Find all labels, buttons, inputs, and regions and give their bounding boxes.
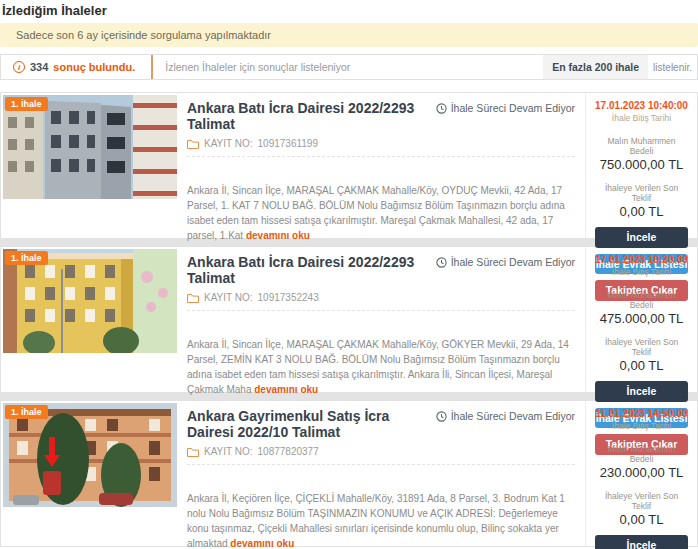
card-content: Ankara Gayrimenkul Satış İcra Dairesi 20…	[179, 401, 585, 546]
divider	[187, 310, 575, 311]
card-description: Ankara İl, Keçiören İlçe, ÇİÇEKLİ Mahall…	[187, 491, 575, 549]
folder-icon	[187, 139, 199, 149]
limit-note: En fazla 200 ihale listelenir.	[543, 55, 697, 79]
record-no-label: KAYIT NO:	[204, 138, 253, 149]
appraisal-value: 475.000,00 TL	[595, 311, 688, 326]
last-bid-value: 0,00 TL	[595, 512, 688, 527]
folder-icon	[187, 447, 199, 457]
card-content: Ankara Batı İcra Dairesi 2022/2293 Talim…	[179, 247, 585, 392]
page-title: İzlediğim İhaleler	[0, 0, 698, 23]
record-no-value: 10917352243	[258, 292, 319, 303]
limit-note-rest: listelenir.	[653, 62, 692, 73]
record-no-label: KAYIT NO:	[204, 292, 253, 303]
auction-badge: 1. İhale	[5, 97, 48, 111]
auction-status-label: İhale Süreci Devam Ediyor	[451, 102, 575, 114]
last-bid-label: İhaleye Verilen Son Teklif	[595, 183, 688, 203]
card-side-panel: 17.01.2023 10:40:00 İhale Bitiş Tarihi M…	[585, 93, 697, 238]
limit-note-bold: En fazla 200 ihale	[543, 55, 648, 79]
clock-icon	[436, 103, 447, 114]
result-count-section: i 334 sonuç bulundu.	[1, 55, 151, 79]
result-count: 334	[30, 61, 48, 73]
appraisal-label: Malın Muhammen Bedeli	[595, 136, 688, 156]
record-no-row: KAYIT NO: 10917361199	[187, 138, 575, 149]
read-more-link[interactable]: devamını oku	[254, 384, 318, 395]
auction-badge: 1. İhale	[5, 251, 48, 265]
listing-card: 1. İhale Ankara Batı İcra Dairesi 2022/2…	[0, 92, 698, 239]
incele-button[interactable]: İncele	[595, 381, 688, 402]
record-no-row: KAYIT NO: 10877820377	[187, 446, 575, 457]
end-date: 17.01.2023 10:40:00	[595, 100, 688, 111]
record-no-value: 10917361199	[258, 138, 318, 149]
notice-banner: Sadece son 6 ay içerisinde sorgulama yap…	[0, 23, 698, 47]
auction-status: İhale Süreci Devam Ediyor	[436, 408, 575, 422]
end-date: 11.01.2023 14:50:00	[595, 408, 688, 419]
card-title-link[interactable]: Ankara Gayrimenkul Satış İcra Dairesi 20…	[187, 408, 426, 440]
description-text: Ankara İl, Sincan İlçe, MARAŞAL ÇAKMAK M…	[187, 339, 569, 395]
listing-card: 1. İhale Ankara Gayrimenkul Satış İcra D…	[0, 400, 698, 547]
card-side-panel: 11.01.2023 14:50:00 İhale Bitiş Tarihi M…	[585, 401, 697, 546]
auction-badge: 1. İhale	[5, 405, 48, 419]
results-bar: i 334 sonuç bulundu. İzlenen İhaleler iç…	[0, 54, 698, 80]
end-date: 17.01.2023 10:20:00	[595, 254, 688, 265]
read-more-link[interactable]: devamını oku	[230, 538, 294, 549]
record-no-label: KAYIT NO:	[204, 446, 253, 457]
appraisal-value: 230.000,00 TL	[595, 465, 688, 480]
appraisal-label: Malın Muhammen Bedeli	[595, 444, 688, 464]
listing-photo-wrap[interactable]: 1. İhale	[1, 401, 179, 546]
card-title-link[interactable]: Ankara Batı İcra Dairesi 2022/2293 Talim…	[187, 100, 426, 132]
auction-status-label: İhale Süreci Devam Ediyor	[451, 410, 575, 422]
incele-button[interactable]: İncele	[595, 227, 688, 248]
info-icon: i	[13, 61, 25, 73]
description-text: Ankara İl, Sincan İlçe, MARAŞAL ÇAKMAK M…	[187, 185, 565, 241]
appraisal-label: Malın Muhammen Bedeli	[595, 290, 688, 310]
end-date-label: İhale Bitiş Tarihi	[595, 267, 688, 277]
listing-status-text: İzlenen İhaleler için sonuçlar listeleni…	[153, 55, 543, 79]
auction-status: İhale Süreci Devam Ediyor	[436, 254, 575, 268]
divider	[187, 464, 575, 465]
read-more-link[interactable]: devamını oku	[246, 230, 310, 241]
card-side-panel: 17.01.2023 10:20:00 İhale Bitiş Tarihi M…	[585, 247, 697, 392]
folder-icon	[187, 293, 199, 303]
end-date-label: İhale Bitiş Tarihi	[595, 113, 688, 123]
listing-photo-wrap[interactable]: 1. İhale	[1, 93, 179, 238]
last-bid-value: 0,00 TL	[595, 204, 688, 219]
clock-icon	[436, 411, 447, 422]
result-count-suffix: sonuç bulundu.	[53, 61, 135, 73]
clock-icon	[436, 257, 447, 268]
last-bid-label: İhaleye Verilen Son Teklif	[595, 491, 688, 511]
last-bid-value: 0,00 TL	[595, 358, 688, 373]
divider	[187, 156, 575, 157]
incele-button[interactable]: İncele	[595, 535, 688, 549]
record-no-row: KAYIT NO: 10917352243	[187, 292, 575, 303]
record-no-value: 10877820377	[258, 446, 319, 457]
end-date-label: İhale Bitiş Tarihi	[595, 421, 688, 431]
listing-photo-wrap[interactable]: 1. İhale	[1, 247, 179, 392]
card-content: Ankara Batı İcra Dairesi 2022/2293 Talim…	[179, 93, 585, 238]
card-title-link[interactable]: Ankara Batı İcra Dairesi 2022/2293 Talim…	[187, 254, 426, 286]
auction-status: İhale Süreci Devam Ediyor	[436, 100, 575, 114]
card-description: Ankara İl, Sincan İlçe, MARAŞAL ÇAKMAK M…	[187, 183, 575, 243]
appraisal-value: 750.000,00 TL	[595, 157, 688, 172]
card-description: Ankara İl, Sincan İlçe, MARAŞAL ÇAKMAK M…	[187, 337, 575, 397]
listing-card: 1. İhale Ankara Batı İcra Dairesi 2022/2…	[0, 246, 698, 393]
last-bid-label: İhaleye Verilen Son Teklif	[595, 337, 688, 357]
listing-cards: 1. İhale Ankara Batı İcra Dairesi 2022/2…	[0, 92, 698, 547]
auction-status-label: İhale Süreci Devam Ediyor	[451, 256, 575, 268]
